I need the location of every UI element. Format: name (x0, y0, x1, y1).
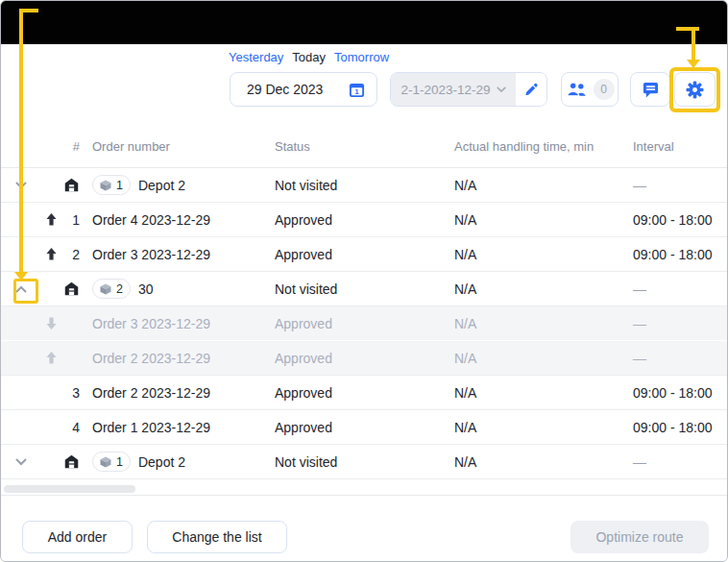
package-count-badge: 2 (92, 279, 131, 299)
table-row[interactable]: 1 Depot 2 Not visited N/A — (1, 445, 727, 479)
move-arrow-icon (46, 317, 57, 330)
expand-chevron-icon[interactable] (15, 458, 27, 466)
table-row[interactable]: Order 3 2023-12-29 Approved N/A — (1, 306, 727, 341)
add-order-button[interactable]: Add order (22, 521, 133, 553)
tab-today[interactable]: Today (292, 50, 326, 64)
row-interval: — (627, 316, 727, 331)
row-handling-time: N/A (454, 351, 627, 366)
package-count: 1 (116, 179, 123, 192)
row-title: Order 4 2023-12-29 (92, 212, 210, 228)
order-table-body: 1 Depot 2 Not visited N/A — 1 Or (1, 168, 727, 479)
window-titlebar (1, 1, 727, 44)
table-row[interactable]: 1 Order 4 2023-12-29 Approved N/A 09:00 … (1, 203, 727, 237)
couriers-button[interactable]: 0 (561, 72, 619, 107)
annotation-box-expand (13, 279, 38, 304)
row-title: Depot 2 (138, 454, 185, 470)
annotation-box-settings (669, 67, 720, 112)
pencil-icon (524, 83, 539, 97)
table-row[interactable]: 2 30 Not visited N/A — (1, 272, 727, 306)
column-interval: Interval (627, 139, 727, 154)
tab-tomorrow[interactable]: Tomorrow (334, 50, 389, 64)
row-status: Not visited (275, 454, 454, 470)
row-status: Approved (275, 420, 454, 435)
row-handling-time: N/A (454, 212, 627, 228)
chat-button[interactable] (630, 72, 670, 107)
row-interval: — (627, 281, 727, 297)
row-number: 3 (61, 385, 82, 401)
table-row[interactable]: 1 Depot 2 Not visited N/A — (1, 168, 727, 203)
row-interval: — (627, 351, 727, 366)
move-arrow-icon (46, 248, 57, 260)
table-row[interactable]: 2 Order 3 2023-12-29 Approved N/A 09:00 … (1, 237, 727, 272)
row-handling-time: N/A (454, 316, 627, 331)
row-status: Approved (275, 316, 454, 331)
row-status: Approved (275, 351, 454, 366)
row-interval: 09:00 - 18:00 (627, 247, 727, 262)
chevron-down-icon (497, 86, 506, 93)
date-tabs: Yesterday Today Tomorrow (229, 50, 389, 64)
package-icon (100, 456, 111, 468)
horizontal-scrollbar-thumb[interactable] (4, 485, 135, 493)
table-row[interactable]: 4 Order 1 2023-12-29 Approved N/A 09:00 … (1, 410, 727, 445)
row-interval: 09:00 - 18:00 (627, 212, 727, 228)
row-number: 4 (61, 420, 82, 435)
row-interval: 09:00 - 18:00 (627, 385, 727, 401)
row-status: Approved (275, 247, 454, 262)
users-icon (566, 82, 588, 97)
annotation-arrowhead-expand (14, 272, 28, 281)
chat-icon (643, 82, 659, 98)
row-status: Not visited (275, 178, 454, 193)
row-title: 30 (138, 281, 154, 297)
row-handling-time: N/A (454, 454, 627, 470)
column-order-number: Order number (82, 139, 275, 154)
route-select-value: 2-1-2023-12-29 (400, 83, 490, 97)
row-title: Depot 2 (138, 178, 185, 193)
row-handling-time: N/A (454, 420, 627, 435)
row-number: 1 (61, 212, 82, 228)
row-title: Order 3 2023-12-29 (92, 247, 210, 262)
footer-bar: Add order Change the list Optimize route (1, 495, 727, 562)
tab-yesterday[interactable]: Yesterday (229, 50, 283, 64)
edit-route-button[interactable] (516, 73, 546, 106)
couriers-count-badge: 0 (594, 79, 615, 100)
row-handling-time: N/A (454, 247, 627, 262)
row-status: Not visited (275, 281, 454, 297)
move-arrow-icon (46, 213, 57, 226)
depot-icon (64, 281, 79, 296)
package-count-badge: 1 (92, 452, 131, 472)
row-interval: — (627, 454, 727, 470)
calendar-icon[interactable]: 1 (349, 82, 365, 98)
column-number: # (61, 139, 82, 154)
row-interval: 09:00 - 18:00 (627, 420, 727, 435)
row-handling-time: N/A (454, 281, 627, 297)
package-icon (100, 283, 111, 295)
row-handling-time: N/A (454, 178, 627, 193)
row-status: Approved (275, 212, 454, 228)
move-arrow-icon (46, 352, 57, 364)
annotation-line-right-horizontal (676, 27, 699, 31)
package-count: 2 (116, 282, 123, 296)
date-picker-value: 29 Dec 2023 (247, 82, 323, 97)
column-status: Status (275, 139, 454, 154)
annotation-line-left-vertical (19, 9, 23, 274)
row-number: 2 (61, 247, 82, 262)
package-count-badge: 1 (92, 175, 131, 195)
depot-icon (64, 454, 79, 469)
row-title: Order 3 2023-12-29 (92, 316, 210, 331)
row-title: Order 2 2023-12-29 (92, 385, 210, 401)
table-row[interactable]: Order 2 2023-12-29 Approved N/A — (1, 341, 727, 376)
date-picker[interactable]: 29 Dec 2023 1 (230, 72, 377, 107)
annotation-line-right-vertical (692, 27, 695, 61)
table-header: # Order number Status Actual handling ti… (1, 126, 727, 168)
optimize-route-button[interactable]: Optimize route (570, 521, 709, 553)
change-list-button[interactable]: Change the list (147, 521, 287, 553)
annotation-arrowhead-settings (687, 60, 700, 68)
row-title: Order 2 2023-12-29 (92, 351, 210, 366)
route-select[interactable]: 2-1-2023-12-29 (391, 73, 516, 106)
route-select-group: 2-1-2023-12-29 (390, 72, 547, 107)
package-icon (100, 180, 111, 191)
depot-icon (64, 178, 79, 192)
table-row[interactable]: 3 Order 2 2023-12-29 Approved N/A 09:00 … (1, 376, 727, 410)
row-status: Approved (275, 385, 454, 401)
row-interval: — (627, 178, 727, 193)
